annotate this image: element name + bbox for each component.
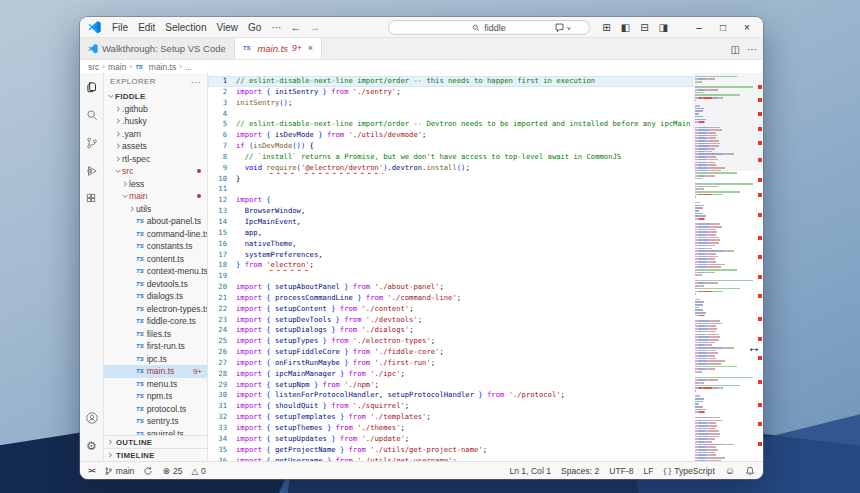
tree-item-command-line-ts[interactable]: TScommand-line.ts	[104, 228, 207, 241]
tree-item-utils[interactable]: utils	[104, 203, 207, 216]
status-bell[interactable]	[745, 466, 755, 476]
line-number[interactable]: 9	[208, 163, 236, 174]
tree-item--husky[interactable]: .husky	[104, 115, 207, 128]
tree-item-dialogs-ts[interactable]: TSdialogs.ts	[104, 290, 207, 303]
line-number[interactable]: 3	[208, 98, 236, 109]
settings-gear-icon[interactable]: ⚙	[84, 438, 99, 453]
line-number[interactable]: 21	[208, 293, 236, 304]
line-number[interactable]: 7	[208, 141, 236, 152]
tree-item-files-ts[interactable]: TSfiles.ts	[104, 328, 207, 341]
section-outline[interactable]: OUTLINE	[104, 435, 207, 448]
tree-item-src[interactable]: src	[104, 165, 207, 178]
minimize-button[interactable]: –	[687, 22, 711, 33]
line-number[interactable]: 16	[208, 239, 236, 250]
line-number[interactable]: 31	[208, 401, 236, 412]
line-number[interactable]: 20	[208, 282, 236, 293]
code-line-16[interactable]: 16 nativeTheme,	[208, 239, 693, 250]
status-typescript[interactable]: { }TypeScript	[664, 466, 715, 476]
line-number[interactable]: 33	[208, 423, 236, 434]
close-button[interactable]: ×	[735, 22, 759, 33]
code-line-32[interactable]: 32import { setupTemplates } from './temp…	[208, 412, 693, 423]
line-number[interactable]: 30	[208, 390, 236, 401]
line-number[interactable]: 19	[208, 271, 236, 282]
code-line-2[interactable]: 2import { initSentry } from './sentry';	[208, 87, 693, 98]
breadcrumb-item[interactable]: main	[108, 62, 126, 72]
code-line-26[interactable]: 26import { setupFiddleCore } from './fid…	[208, 347, 693, 358]
tree-root-fiddle[interactable]: FIDDLE	[104, 90, 207, 103]
code-line-29[interactable]: 29import { setupNpm } from './npm';	[208, 380, 693, 391]
maximize-button[interactable]: □	[711, 22, 735, 33]
code-line-4[interactable]: 4	[208, 109, 693, 120]
line-number[interactable]: 34	[208, 434, 236, 445]
tree-item--yarn[interactable]: .yarn	[104, 128, 207, 141]
line-number[interactable]: 15	[208, 228, 236, 239]
menu-item-selection[interactable]: Selection	[160, 22, 211, 33]
explorer-icon[interactable]	[84, 79, 99, 94]
line-number[interactable]: 5	[208, 119, 236, 130]
tree-item-electron-types-ts[interactable]: TSelectron-types.ts	[104, 303, 207, 316]
line-number[interactable]: 35	[208, 445, 236, 456]
line-number[interactable]: 6	[208, 130, 236, 141]
status-lf[interactable]: LF	[644, 466, 654, 476]
back-arrow-icon[interactable]: ←	[286, 21, 305, 33]
tree-item-constants-ts[interactable]: TSconstants.ts	[104, 240, 207, 253]
code-line-31[interactable]: 31import { shouldQuit } from './squirrel…	[208, 401, 693, 412]
code-line-14[interactable]: 14 IpcMainEvent,	[208, 217, 693, 228]
line-number[interactable]: 4	[208, 109, 236, 120]
tree-item-squirrel-ts[interactable]: TSsquirrel.ts	[104, 428, 207, 436]
code-line-9[interactable]: 9 void require('@electron/devtron').devt…	[208, 163, 693, 174]
minimap[interactable]	[693, 73, 763, 461]
extensions-icon[interactable]	[84, 191, 99, 206]
code-line-13[interactable]: 13 BrowserWindow,	[208, 206, 693, 217]
status-0[interactable]: △0	[192, 466, 206, 476]
line-number[interactable]: 25	[208, 336, 236, 347]
tree-item-rtl-spec[interactable]: rtl-spec	[104, 153, 207, 166]
tree-item-ipc-ts[interactable]: TSipc.ts	[104, 353, 207, 366]
toggle-panel-icon[interactable]: ⊟	[635, 22, 653, 33]
menu-item-file[interactable]: File	[107, 22, 133, 33]
customize-layout-icon[interactable]: ⊞	[597, 22, 615, 33]
code-line-18[interactable]: 18} from 'electron';	[208, 260, 693, 271]
code-line-1[interactable]: 1// eslint-disable-next-line import/orde…	[208, 76, 693, 87]
status-spaces-2[interactable]: Spaces: 2	[561, 466, 599, 476]
accounts-icon[interactable]	[84, 410, 99, 425]
code-line-10[interactable]: 10}	[208, 174, 693, 185]
tree-item-less[interactable]: less	[104, 178, 207, 191]
line-number[interactable]: 28	[208, 369, 236, 380]
section-timeline[interactable]: TIMELINE	[104, 448, 207, 461]
line-number[interactable]: 14	[208, 217, 236, 228]
line-number[interactable]: 8	[208, 152, 236, 163]
code-line-17[interactable]: 17 systemPreferences,	[208, 250, 693, 261]
search-icon[interactable]	[84, 107, 99, 122]
line-number[interactable]: 22	[208, 304, 236, 315]
code-line-28[interactable]: 28import { ipcMainManager } from './ipc'…	[208, 369, 693, 380]
code-line-11[interactable]: 11	[208, 184, 693, 195]
status-25[interactable]: ⊗25	[162, 466, 182, 476]
code-line-27[interactable]: 27import { onFirstRunMaybe } from './fir…	[208, 358, 693, 369]
code-line-35[interactable]: 35import { getProjectName } from './util…	[208, 445, 693, 456]
line-number[interactable]: 11	[208, 184, 236, 195]
toggle-secondary-sidebar-icon[interactable]: ◨	[654, 22, 673, 33]
tab-walkthrough-setup-vs-code[interactable]: Walkthrough: Setup VS Code	[80, 38, 235, 59]
line-number[interactable]: 10	[208, 174, 236, 185]
source-control-icon[interactable]	[84, 135, 99, 150]
tree-item-content-ts[interactable]: TScontent.ts	[104, 253, 207, 266]
forward-arrow-icon[interactable]: →	[305, 21, 324, 33]
line-number[interactable]: 18	[208, 260, 236, 271]
code-line-3[interactable]: 3initSentry();	[208, 98, 693, 109]
breadcrumb-item[interactable]: ...	[185, 62, 192, 72]
line-number[interactable]: 13	[208, 206, 236, 217]
tree-item-main-ts[interactable]: TSmain.ts9+	[104, 365, 207, 378]
code-line-12[interactable]: 12import {	[208, 195, 693, 206]
tab-close-icon[interactable]: ×	[308, 43, 313, 53]
line-number[interactable]: 27	[208, 358, 236, 369]
code-line-25[interactable]: 25import { setupTypes } from './electron…	[208, 336, 693, 347]
code-line-6[interactable]: 6import { isDevMode } from './utils/devm…	[208, 130, 693, 141]
tree-item-assets[interactable]: assets	[104, 140, 207, 153]
code-line-7[interactable]: 7if (isDevMode()) {	[208, 141, 693, 152]
split-editor-icon[interactable]: ◫	[731, 44, 740, 55]
breadcrumb-item[interactable]: src	[88, 62, 99, 72]
menu-item-edit[interactable]: Edit	[133, 22, 160, 33]
tree-item--github[interactable]: .github	[104, 103, 207, 116]
breadcrumb-item[interactable]: main.ts	[149, 62, 176, 72]
